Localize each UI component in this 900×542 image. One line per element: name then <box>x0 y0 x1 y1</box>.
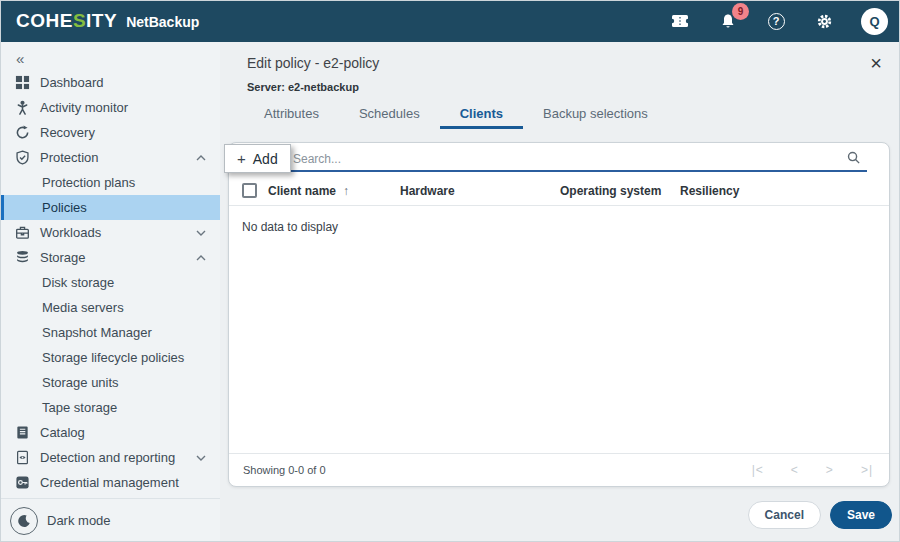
help-icon[interactable]: ? <box>765 10 787 32</box>
table-footer: Showing 0-0 of 0 |< < > >| <box>229 453 889 486</box>
cohesity-logo: COHESITY <box>16 10 117 32</box>
page-title: Edit policy - e2-policy <box>247 55 379 71</box>
top-bar: COHESITY NetBackup 9 ? <box>0 0 900 42</box>
moon-icon <box>10 507 38 535</box>
sidebar-item-label: Dashboard <box>40 75 104 90</box>
topbar-icon-group: 9 ? Q <box>669 8 888 35</box>
sidebar-item-disk-storage[interactable]: Disk storage <box>0 270 220 295</box>
sidebar-item-label: Catalog <box>40 425 85 440</box>
sidebar-item-label: Detection and reporting <box>40 450 175 465</box>
table-header-row: Client name ↑ Hardware Operating system … <box>229 176 889 206</box>
sidebar-item-media-servers[interactable]: Media servers <box>0 295 220 320</box>
sidebar-item-label: Disk storage <box>42 275 114 290</box>
chevron-down-icon <box>196 455 206 461</box>
logo-green-s: S <box>73 10 86 32</box>
sidebar-item-catalog[interactable]: Catalog <box>0 420 220 445</box>
sidebar-item-label: Workloads <box>40 225 101 240</box>
sidebar-item-credential-management[interactable]: Credential management <box>0 470 220 495</box>
dashboard-icon <box>14 74 31 91</box>
sidebar-item-detection-and-reporting[interactable]: Detection and reporting <box>0 445 220 470</box>
tab-backup-selections[interactable]: Backup selections <box>523 101 668 129</box>
chevron-down-icon <box>196 230 206 236</box>
sort-ascending-icon[interactable]: ↑ <box>343 184 349 198</box>
sidebar-item-protection[interactable]: Protection <box>0 145 220 170</box>
column-header-operating-system[interactable]: Operating system <box>560 184 680 198</box>
previous-page-icon[interactable]: < <box>791 463 799 477</box>
sidebar-item-snapshot-manager[interactable]: Snapshot Manager <box>0 320 220 345</box>
credential-key-icon <box>14 474 31 491</box>
server-label: Server: e2-netbackup <box>220 71 900 93</box>
tab-schedules[interactable]: Schedules <box>339 101 440 129</box>
column-header-client-name[interactable]: Client name ↑ <box>268 184 400 198</box>
close-icon[interactable]: × <box>870 55 882 71</box>
last-page-icon[interactable]: >| <box>861 463 873 477</box>
empty-state-message: No data to display <box>242 220 338 234</box>
dark-mode-label: Dark mode <box>47 513 111 528</box>
notifications-bell-icon[interactable]: 9 <box>717 10 739 32</box>
sidebar-item-storage[interactable]: Storage <box>0 245 220 270</box>
tab-clients[interactable]: Clients <box>440 101 523 129</box>
content-area: « Dashboard Activity monitor Recovery <box>0 42 900 542</box>
sidebar: « Dashboard Activity monitor Recovery <box>0 42 220 542</box>
logo-text-pre: COHE <box>16 10 73 32</box>
sidebar-item-label: Tape storage <box>42 400 117 415</box>
sidebar-item-label: Activity monitor <box>40 100 128 115</box>
ticket-icon[interactable] <box>669 10 691 32</box>
panel-header: Edit policy - e2-policy × <box>220 42 900 71</box>
sidebar-item-label: Recovery <box>40 125 95 140</box>
sidebar-item-label: Storage <box>40 250 86 265</box>
sidebar-item-storage-units[interactable]: Storage units <box>0 370 220 395</box>
sidebar-item-label: Media servers <box>42 300 124 315</box>
cancel-button[interactable]: Cancel <box>748 501 821 529</box>
app-window: COHESITY NetBackup 9 ? <box>0 0 900 542</box>
search-input[interactable] <box>293 148 827 170</box>
activity-monitor-icon <box>14 99 31 116</box>
next-page-icon[interactable]: > <box>826 463 834 477</box>
help-question-glyph: ? <box>768 13 785 30</box>
sidebar-item-activity-monitor[interactable]: Activity monitor <box>0 95 220 120</box>
table-body: No data to display <box>229 206 889 453</box>
briefcase-icon <box>14 224 31 241</box>
user-avatar[interactable]: Q <box>861 8 888 35</box>
collapse-chevrons-icon: « <box>16 50 24 67</box>
report-eye-icon <box>14 449 31 466</box>
pagination-controls: |< < > >| <box>752 463 873 477</box>
search-bar <box>229 143 889 176</box>
column-header-hardware[interactable]: Hardware <box>400 184 560 198</box>
search-underline <box>287 170 867 172</box>
recovery-restore-icon <box>14 124 31 141</box>
notification-count-badge: 9 <box>732 3 749 20</box>
edit-policy-panel: Edit policy - e2-policy × Server: e2-net… <box>220 42 900 542</box>
sidebar-item-recovery[interactable]: Recovery <box>0 120 220 145</box>
select-all-checkbox[interactable] <box>242 183 257 198</box>
sidebar-item-workloads[interactable]: Workloads <box>0 220 220 245</box>
catalog-book-icon <box>14 424 31 441</box>
chevron-up-icon <box>196 255 206 261</box>
sidebar-item-policies[interactable]: Policies <box>0 195 220 220</box>
save-button[interactable]: Save <box>830 501 892 529</box>
sidebar-item-protection-plans[interactable]: Protection plans <box>0 170 220 195</box>
sidebar-item-label: Protection plans <box>42 175 135 190</box>
search-icon[interactable] <box>846 150 861 169</box>
sidebar-item-label: Credential management <box>40 475 179 490</box>
logo-text-post: ITY <box>86 10 117 32</box>
tab-attributes[interactable]: Attributes <box>244 101 339 129</box>
product-name: NetBackup <box>126 12 199 30</box>
dark-mode-toggle[interactable]: Dark mode <box>0 498 220 542</box>
sidebar-item-storage-lifecycle-policies[interactable]: Storage lifecycle policies <box>0 345 220 370</box>
tab-bar: Attributes Schedules Clients Backup sele… <box>244 101 900 129</box>
showing-count-label: Showing 0-0 of 0 <box>243 464 326 476</box>
panel-action-bar: Cancel Save <box>220 501 900 542</box>
sidebar-item-label: Policies <box>42 200 87 215</box>
sidebar-item-tape-storage[interactable]: Tape storage <box>0 395 220 420</box>
database-stack-icon <box>14 249 31 266</box>
column-header-resiliency[interactable]: Resiliency <box>680 184 876 198</box>
plus-icon: + <box>237 150 246 167</box>
add-button-label: Add <box>253 151 278 167</box>
sidebar-collapse-button[interactable]: « <box>0 46 220 70</box>
settings-gear-icon[interactable] <box>813 10 835 32</box>
sidebar-item-dashboard[interactable]: Dashboard <box>0 70 220 95</box>
sidebar-item-label: Storage units <box>42 375 119 390</box>
first-page-icon[interactable]: |< <box>752 463 764 477</box>
add-client-button[interactable]: + Add <box>224 144 291 173</box>
